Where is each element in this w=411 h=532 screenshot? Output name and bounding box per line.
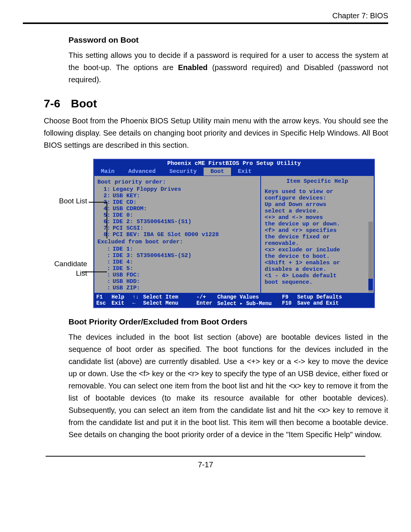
item-index: :	[101, 272, 110, 278]
list-item[interactable]: :IDE 4:	[97, 259, 258, 265]
help-scrollbar[interactable]: ▼	[368, 222, 373, 292]
help-line: <Shift + 1> enables or	[265, 260, 370, 266]
help-line: configure devices:	[265, 195, 370, 201]
header-rule	[23, 22, 388, 24]
list-item[interactable]: :IDE 5:	[97, 265, 258, 272]
list-item[interactable]: :IDE 1:	[97, 246, 258, 252]
item-label: IDE 1:	[113, 246, 258, 252]
list-item[interactable]: :USB HDD:	[97, 278, 258, 285]
chapter-header: Chapter 7: BIOS	[23, 11, 388, 20]
item-label: IDE 2: ST3500641NS-(S1)	[113, 219, 258, 225]
callout-line	[89, 202, 107, 203]
key-leftarrow: ←	[132, 300, 143, 307]
key-f1: F1	[96, 294, 112, 300]
help-line: select a device.	[265, 208, 370, 214]
item-index: :	[101, 246, 110, 252]
callout-line	[107, 202, 107, 238]
item-label: IDE 5:	[113, 265, 258, 272]
bios-figure: Boot List Candidate List Phoenix cME Fir…	[44, 159, 388, 308]
help-line: <x> exclude or include	[265, 247, 370, 253]
item-index: :	[101, 259, 110, 265]
pwd-text-bold: Enabled	[178, 63, 208, 72]
help-line: disables a device.	[265, 266, 370, 273]
item-label: IDE CD:	[113, 199, 258, 206]
bios-menu-security[interactable]: Security	[162, 168, 204, 176]
key-leftarrow-label: Select Menu	[143, 300, 196, 307]
key-arrows-label: Select Item	[143, 294, 196, 300]
excluded-header: Excluded from boot order:	[97, 239, 258, 245]
item-label: Legacy Floppy Drives	[113, 186, 258, 193]
help-line: boot sequence.	[265, 279, 370, 286]
item-label: PCI SCSI:	[113, 225, 258, 232]
section-intro: Choose Boot from the Phoenix BIOS Setup …	[44, 115, 388, 151]
bios-menu-advanced[interactable]: Advanced	[121, 168, 162, 176]
key-f1-label: Help	[112, 294, 132, 300]
callout-line	[82, 272, 107, 272]
figure-callouts: Boot List Candidate List	[44, 159, 93, 308]
password-paragraph: This setting allows you to decide if a p…	[68, 49, 388, 86]
item-label: USB HDD:	[113, 278, 258, 285]
item-index: 4:	[101, 206, 110, 212]
item-label: USB KEY:	[113, 193, 258, 199]
list-item[interactable]: 4:USB CDROM:	[97, 206, 258, 212]
list-item[interactable]: 2:USB KEY:	[97, 193, 258, 199]
page-number: 7-17	[23, 460, 388, 469]
bios-footer: F1 Help ↑↓ Select Item -/+ Change Values…	[94, 293, 374, 307]
key-f9: F9	[282, 294, 297, 300]
help-line: removable.	[265, 240, 370, 247]
callout-candidate: Candidate	[41, 260, 87, 268]
list-item[interactable]: :USB ZIP:	[97, 285, 258, 291]
key-enter-label: Select ▸ Sub-Menu	[217, 300, 282, 307]
help-line: Up and Down arrows	[265, 201, 370, 208]
item-index: 2:	[101, 193, 110, 199]
section-number: 7-6	[44, 97, 60, 110]
key-esc: Esc	[96, 300, 112, 307]
bios-menu-exit[interactable]: Exit	[231, 168, 258, 176]
list-item[interactable]: 6:IDE 2: ST3500641NS-(S1)	[97, 219, 258, 225]
item-index: :	[101, 285, 110, 291]
item-label: USB ZIP:	[113, 285, 258, 291]
item-label: IDE 4:	[113, 259, 258, 265]
help-line: <f> and <r> specifies	[265, 227, 370, 234]
boot-order-header: Boot priority order:	[97, 179, 258, 185]
key-arrows: ↑↓	[132, 294, 143, 300]
key-plusminus: -/+	[196, 294, 217, 300]
key-enter: Enter	[196, 300, 217, 307]
key-esc-label: Exit	[112, 300, 132, 307]
list-item[interactable]: 8:PCI BEV: IBA GE Slot 0D00 v1228	[97, 232, 258, 238]
list-item[interactable]: :IDE 3: ST3500641NS-(S2)	[97, 252, 258, 259]
help-line: <+> and <-> moves	[265, 214, 370, 221]
bios-titlebar: Phoenix cME FirstBIOS Pro Setup Utility	[94, 160, 374, 168]
footer-rule	[46, 456, 365, 457]
key-f9-label: Setup Defaults	[297, 294, 372, 300]
callout-candidate-2: List	[41, 269, 87, 278]
bios-menubar[interactable]: MainAdvancedSecurityBootExit	[94, 168, 374, 176]
item-label: IDE 3: ST3500641NS-(S2)	[113, 252, 258, 259]
key-plusminus-label: Change Values	[217, 294, 282, 300]
key-f10-label: Save and Exit	[297, 300, 372, 307]
item-index: :	[101, 278, 110, 285]
scrollbar-down-icon[interactable]: ▼	[368, 287, 373, 292]
item-label: PCI BEV: IBA GE Slot 0D00 v1228	[113, 232, 258, 238]
list-item[interactable]: 5:IDE 0:	[97, 212, 258, 219]
order-heading: Boot Priority Order/Excluded from Boot O…	[68, 317, 388, 326]
item-index: 8:	[101, 232, 110, 238]
list-item[interactable]: 3:IDE CD:	[97, 199, 258, 206]
bios-menu-main[interactable]: Main	[94, 168, 121, 176]
bios-help-pane: Item Specific Help Keys used to view orc…	[261, 176, 374, 293]
bios-window: Phoenix cME FirstBIOS Pro Setup Utility …	[93, 159, 375, 308]
item-index: 1:	[101, 186, 110, 193]
list-item[interactable]: 7:PCI SCSI:	[97, 225, 258, 232]
list-item[interactable]: :USB FDC:	[97, 272, 258, 278]
list-item[interactable]: 1:Legacy Floppy Drives	[97, 186, 258, 193]
help-title: Item Specific Help	[265, 178, 370, 185]
item-index: :	[101, 252, 110, 259]
section-name: Boot	[71, 97, 97, 110]
bios-left-pane[interactable]: Boot priority order: 1:Legacy Floppy Dri…	[94, 176, 261, 293]
item-label: USB CDROM:	[113, 206, 258, 212]
item-label: IDE 0:	[113, 212, 258, 219]
help-line: Keys used to view or	[265, 189, 370, 195]
bios-menu-boot[interactable]: Boot	[204, 168, 231, 176]
item-label: USB FDC:	[113, 272, 258, 278]
item-index: 7:	[101, 225, 110, 232]
